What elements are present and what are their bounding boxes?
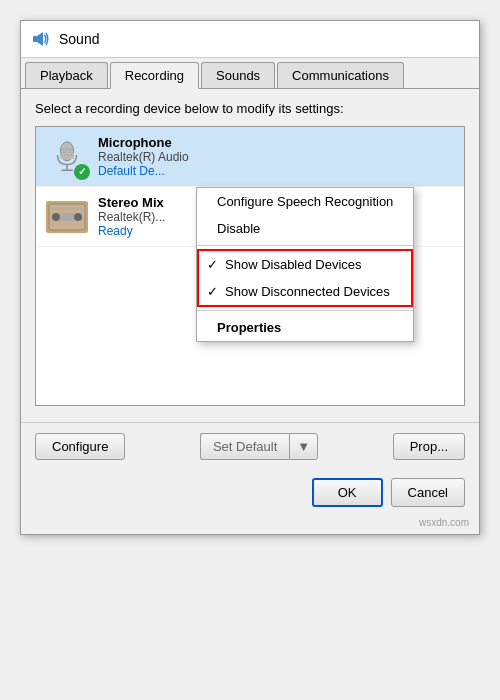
svg-point-11 [74,213,82,221]
ctx-check-disabled: ✓ [207,257,221,272]
configure-button[interactable]: Configure [35,433,125,460]
set-default-group: Set Default ▼ [200,433,318,460]
microphone-info: Microphone Realtek(R) Audio Default De..… [98,135,454,178]
tab-communications[interactable]: Communications [277,62,404,88]
svg-marker-1 [37,32,43,46]
microphone-icon-wrapper: ✓ [46,136,88,178]
tab-content: Select a recording device below to modif… [21,89,479,418]
ctx-show-disconnected[interactable]: ✓ Show Disconnected Devices [199,278,411,305]
dialog-buttons: OK Cancel [21,470,479,519]
sound-icon [31,29,51,49]
ctx-separator-2 [197,310,413,311]
set-default-button[interactable]: Set Default [200,433,289,460]
stereomix-icon-wrapper [46,196,88,238]
device-list[interactable]: ✓ Microphone Realtek(R) Audio Default De… [35,126,465,406]
instruction-text: Select a recording device below to modif… [35,101,465,116]
ctx-highlighted-group: ✓ Show Disabled Devices ✓ Show Disconnec… [197,249,413,307]
set-default-arrow[interactable]: ▼ [289,433,318,460]
tab-bar: Playback Recording Sounds Communications [21,58,479,89]
default-check-badge: ✓ [74,164,90,180]
tab-sounds[interactable]: Sounds [201,62,275,88]
tab-playback[interactable]: Playback [25,62,108,88]
stereomix-svg [46,201,88,233]
microphone-name: Microphone [98,135,454,150]
svg-rect-0 [33,36,37,42]
bottom-bar: Configure Set Default ▼ Prop... [21,422,479,470]
watermark: wsxdn.com [17,517,475,532]
tab-recording[interactable]: Recording [110,62,199,89]
ctx-disable[interactable]: Disable [197,215,413,242]
microphone-status: Default De... [98,164,454,178]
microphone-driver: Realtek(R) Audio [98,150,454,164]
svg-point-10 [52,213,60,221]
ctx-properties[interactable]: Properties [197,314,413,341]
cancel-button[interactable]: Cancel [391,478,465,507]
window-title: Sound [59,31,99,47]
properties-button[interactable]: Prop... [393,433,465,460]
svg-rect-12 [60,213,74,221]
ok-button[interactable]: OK [312,478,383,507]
device-item-microphone[interactable]: ✓ Microphone Realtek(R) Audio Default De… [36,127,464,187]
ctx-check-disconnected: ✓ [207,284,221,299]
title-bar: Sound [21,21,479,58]
ctx-configure-speech[interactable]: Configure Speech Recognition [197,188,413,215]
context-menu: Configure Speech Recognition Disable ✓ S… [196,187,414,342]
ctx-separator-1 [197,245,413,246]
ctx-show-disabled[interactable]: ✓ Show Disabled Devices [199,251,411,278]
sound-dialog: Sound Playback Recording Sounds Communic… [20,20,480,535]
